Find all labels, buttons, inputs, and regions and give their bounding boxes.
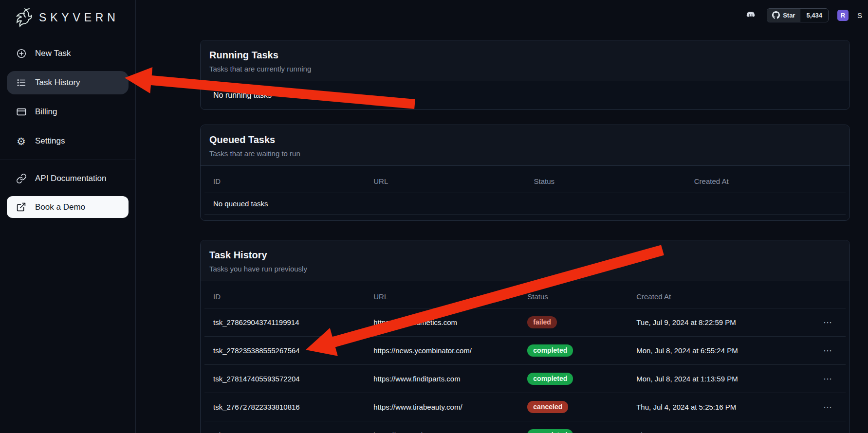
task-created-at: Thu, Jul 4, 2024 at 5:25:16 PM — [628, 393, 788, 421]
task-created-at: Tue, Jul 9, 2024 at 8:22:59 PM — [628, 308, 788, 337]
avatar[interactable]: R — [837, 10, 849, 21]
task-history-table: ID URL Status Created At tsk_27862904374… — [201, 281, 850, 433]
card-subtitle: Tasks that are waiting to run — [209, 149, 841, 158]
column-header-url: URL — [365, 169, 525, 193]
credit-card-icon — [16, 107, 27, 118]
column-header-status: Status — [518, 284, 628, 308]
status-badge: completed — [527, 429, 573, 433]
task-created-at: Thu, Jun 27, 2024 at 8:38:58 PM — [628, 421, 788, 433]
github-star-button[interactable]: Star — [767, 9, 800, 22]
sidebar-item-book-a-demo[interactable]: Book a Demo — [7, 196, 129, 218]
task-id: tsk_278235388555267564 — [204, 337, 365, 365]
task-url: https://www.tirabeauty.com/ — [365, 393, 518, 421]
task-history-header: Task History Tasks you have run previous… — [201, 240, 850, 281]
task-url: https://news.ycombinator.com/ — [365, 337, 518, 365]
status-badge: completed — [527, 373, 573, 385]
content-column: Running Tasks Tasks that are currently r… — [200, 40, 850, 433]
card-title: Task History — [209, 250, 841, 261]
status-badge: canceled — [527, 401, 568, 413]
github-star-widget[interactable]: Star 5,434 — [767, 8, 829, 22]
task-created-at: Mon, Jul 8, 2024 at 6:55:24 PM — [628, 337, 788, 365]
sidebar-item-label: Billing — [35, 107, 57, 117]
sidebar-item-settings[interactable]: ⚙ Settings — [7, 129, 129, 153]
list-icon — [16, 77, 27, 89]
sidebar-item-label: API Documentation — [35, 174, 106, 183]
task-id: tsk_278147405593572204 — [204, 365, 365, 393]
sidebar-item-label: Settings — [35, 136, 65, 146]
sidebar-item-task-history[interactable]: Task History — [7, 71, 129, 94]
github-star-count[interactable]: 5,434 — [800, 9, 828, 22]
topbar: Star 5,434 R S — [136, 0, 868, 30]
github-star-label: Star — [783, 12, 795, 19]
gear-icon: ⚙ — [16, 136, 27, 147]
sidebar-item-label: Task History — [35, 78, 80, 88]
table-row[interactable]: tsk_274180139292204058 https://www.geico… — [204, 421, 846, 433]
link-icon — [16, 173, 27, 184]
table-row[interactable]: tsk_278235388555267564 https://news.ycom… — [204, 337, 846, 365]
sidebar-item-new-task[interactable]: New Task — [7, 42, 129, 65]
brand-name: SKYVERN — [39, 11, 119, 24]
column-header-created-at: Created At — [628, 284, 788, 308]
user-name-clipped: S — [857, 11, 862, 19]
column-header-id: ID — [204, 169, 365, 193]
task-created-at: Mon, Jul 8, 2024 at 1:13:59 PM — [628, 365, 788, 393]
table-row[interactable]: tsk_278147405593572204 https://www.findi… — [204, 365, 846, 393]
card-subtitle: Tasks you have run previously — [209, 265, 841, 273]
table-row[interactable]: tsk_278629043741199914 https://…tecosmet… — [204, 308, 846, 337]
column-header-url: URL — [365, 284, 518, 308]
github-icon — [772, 11, 780, 19]
card-title: Running Tasks — [209, 50, 841, 61]
task-url: https://www.geico.com — [365, 421, 518, 433]
queued-tasks-empty-state: No queued tasks — [204, 193, 846, 215]
row-actions-ellipsis-icon[interactable]: ⋯ — [823, 346, 833, 356]
running-tasks-empty-state: No running tasks — [201, 81, 850, 109]
column-header-created-at: Created At — [685, 169, 846, 193]
sidebar-item-api-documentation[interactable]: API Documentation — [7, 167, 129, 190]
external-link-icon — [16, 201, 27, 213]
sidebar-item-label: New Task — [35, 49, 71, 58]
sidebar-divider — [0, 160, 135, 160]
sidebar-nav: New Task Task History Billing — [0, 30, 135, 218]
main-area: Star 5,434 R S Running Tasks Tasks that … — [136, 0, 868, 433]
task-url: https://…tecosmetics.com — [365, 308, 518, 337]
running-tasks-card: Running Tasks Tasks that are currently r… — [200, 40, 850, 110]
discord-icon[interactable] — [744, 10, 758, 20]
brand-logo: SKYVERN — [0, 0, 135, 30]
queued-tasks-card: Queued Tasks Tasks that are waiting to r… — [200, 125, 850, 221]
running-tasks-header: Running Tasks Tasks that are currently r… — [201, 40, 850, 81]
task-id: tsk_274180139292204058 — [204, 421, 365, 433]
sidebar-item-billing[interactable]: Billing — [7, 100, 129, 124]
status-badge: failed — [527, 316, 557, 328]
row-actions-ellipsis-icon[interactable]: ⋯ — [823, 402, 833, 412]
card-subtitle: Tasks that are currently running — [209, 65, 841, 73]
column-header-actions — [788, 284, 846, 308]
column-header-id: ID — [204, 284, 365, 308]
sidebar-item-label: Book a Demo — [35, 202, 85, 212]
skyvern-dragon-icon — [12, 6, 34, 29]
task-url: https://www.finditparts.com — [365, 365, 518, 393]
task-history-card: Task History Tasks you have run previous… — [200, 240, 850, 433]
row-actions-ellipsis-icon[interactable]: ⋯ — [823, 318, 833, 327]
task-id: tsk_276727822333810816 — [204, 393, 365, 421]
table-row[interactable]: tsk_276727822333810816 https://www.tirab… — [204, 393, 846, 421]
sidebar: SKYVERN New Task Task History — [0, 0, 136, 433]
plus-circle-icon — [16, 48, 27, 59]
card-title: Queued Tasks — [209, 134, 841, 145]
status-badge: completed — [527, 344, 573, 357]
column-header-status: Status — [525, 169, 685, 193]
row-actions-ellipsis-icon[interactable]: ⋯ — [823, 374, 833, 384]
task-id: tsk_278629043741199914 — [204, 308, 365, 337]
row-actions-ellipsis-icon[interactable]: ⋯ — [823, 431, 833, 433]
queued-tasks-header: Queued Tasks Tasks that are waiting to r… — [201, 125, 850, 166]
queued-tasks-table: ID URL Status Created At No queued tasks — [201, 166, 850, 220]
